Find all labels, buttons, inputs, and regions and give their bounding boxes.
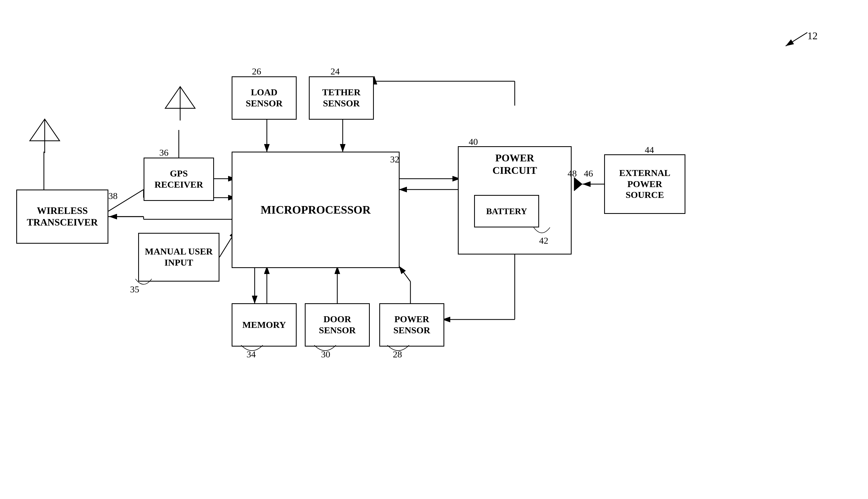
svg-line-39 xyxy=(786,33,807,46)
battery-arc xyxy=(528,222,555,244)
label-48: 48 xyxy=(568,168,577,179)
antenna-svg-gps xyxy=(162,84,198,122)
power-sensor-arc xyxy=(385,342,412,359)
gps-antenna xyxy=(162,84,198,123)
wireless-transceiver-number: 38 xyxy=(108,191,118,201)
memory-block: MEMORY xyxy=(232,303,297,346)
manual-user-input-block: MANUAL USERINPUT xyxy=(138,233,219,282)
svg-marker-27 xyxy=(574,177,582,191)
tether-sensor-number: 24 xyxy=(330,66,340,77)
ref-arrow xyxy=(780,27,813,49)
tether-sensor-block: TETHERSENSOR xyxy=(309,76,374,120)
connection-lines xyxy=(0,0,868,499)
wireless-antenna xyxy=(27,117,62,155)
microprocessor-block: MICROPROCESSOR xyxy=(232,151,400,268)
wireless-transceiver-block: WIRELESS TRANSCEIVER xyxy=(16,190,108,244)
manual-arc xyxy=(133,276,154,292)
external-power-number: 44 xyxy=(645,145,654,155)
load-sensor-block: LOADSENSOR xyxy=(232,76,297,120)
external-power-block: EXTERNALPOWERSOURCE xyxy=(604,154,685,214)
memory-arc xyxy=(238,342,265,359)
gps-number: 36 xyxy=(159,148,169,158)
gps-receiver-block: GPSRECEIVER xyxy=(144,158,214,201)
door-sensor-block: DOORSENSOR xyxy=(305,303,370,346)
power-sensor-block: POWERSENSOR xyxy=(379,303,444,346)
diagram: WIRELESS TRANSCEIVER 38 GPSRECEIVER 36 M… xyxy=(0,0,868,499)
label-46: 46 xyxy=(584,168,593,179)
svg-line-23 xyxy=(399,266,410,282)
door-arc xyxy=(312,342,339,359)
microprocessor-number: 32 xyxy=(390,154,399,165)
antenna-svg-wireless xyxy=(27,117,62,154)
power-circuit-number: 40 xyxy=(469,137,478,147)
load-sensor-number: 26 xyxy=(252,66,261,77)
